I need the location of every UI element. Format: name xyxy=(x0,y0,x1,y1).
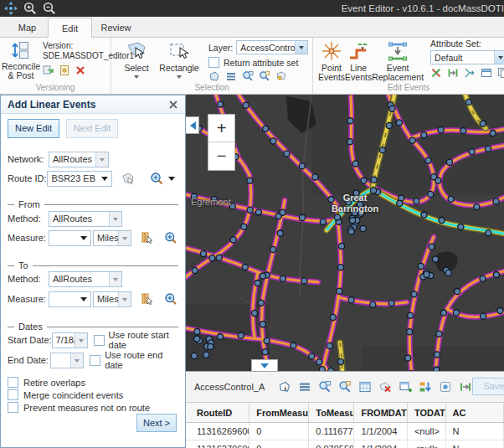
table-zoom-selected-icon[interactable] xyxy=(318,380,332,394)
tab-edit[interactable]: Edit xyxy=(48,18,92,38)
table-list-icon[interactable] xyxy=(298,380,311,394)
new-version-icon[interactable] xyxy=(59,64,70,76)
to-measure-zoom-icon[interactable] xyxy=(164,292,178,306)
column-header-tomeasure[interactable]: ToMeasure xyxy=(309,403,354,422)
tab-map[interactable]: Map xyxy=(7,19,48,37)
pan-to-selection-icon[interactable] xyxy=(259,70,270,82)
next-edit-button[interactable]: Next Edit xyxy=(66,119,118,138)
from-measure-combo[interactable] xyxy=(49,230,92,246)
table-add-records-icon[interactable] xyxy=(399,380,412,394)
from-measure-zoom-icon[interactable] xyxy=(164,231,178,245)
zoom-out-icon[interactable] xyxy=(43,2,56,15)
route-zoom-icon[interactable] xyxy=(150,172,165,186)
from-unit-combo[interactable]: Miles xyxy=(93,230,131,246)
map-zoom-out-button[interactable]: − xyxy=(208,142,234,170)
merge-events-icon[interactable] xyxy=(464,67,476,79)
route-id-combo[interactable]: BSR23 EB xyxy=(47,171,112,187)
end-date-caret[interactable] xyxy=(70,353,83,368)
event-replacement-button[interactable]: Event Replacement xyxy=(372,38,424,82)
group-label-edit-events: Edit Events xyxy=(313,83,504,92)
close-icon[interactable] xyxy=(168,100,178,110)
attributes-window-icon[interactable] xyxy=(481,67,492,79)
table-offset-icon[interactable] xyxy=(459,380,472,394)
return-attribute-set-label: Return attribute set xyxy=(224,58,298,68)
map-zoom-in-button[interactable]: + xyxy=(208,115,234,142)
from-measure-caret xyxy=(80,236,87,244)
start-date-caret[interactable] xyxy=(75,333,87,348)
pan-icon[interactable] xyxy=(4,2,18,15)
reconcile-post-icon xyxy=(11,40,31,60)
table-clear-selection-icon[interactable] xyxy=(378,380,392,394)
point-events-button[interactable]: Point Events xyxy=(318,38,345,82)
reconcile-post-button[interactable]: Reconcile & Post xyxy=(2,38,40,80)
copy-attributes-icon[interactable] xyxy=(497,67,504,79)
from-unit-caret[interactable] xyxy=(118,231,131,245)
column-header-frommeasure[interactable]: FromMeasure xyxy=(249,403,309,422)
selection-list-icon[interactable] xyxy=(225,70,237,82)
event-offset-icon[interactable] xyxy=(447,67,459,79)
to-unit-combo[interactable]: Miles xyxy=(93,291,131,307)
select-polygon-icon[interactable] xyxy=(208,70,220,82)
zoom-to-selection-icon[interactable] xyxy=(242,70,254,82)
layer-combo-caret[interactable] xyxy=(295,41,307,54)
split-event-icon[interactable] xyxy=(430,67,442,79)
return-attribute-set-checkbox[interactable] xyxy=(208,57,219,68)
collapse-table-button[interactable] xyxy=(251,359,278,371)
route-zoom-caret[interactable] xyxy=(168,177,175,184)
prevent-measures-checkbox[interactable] xyxy=(8,402,18,413)
table-sort-icon[interactable] xyxy=(419,380,432,394)
table-row[interactable]: 11316270600 0 0.0795596 1/1/2004 <null> … xyxy=(186,440,504,448)
app-title: Event Editor - v10.6.1 - docMassDOTI xyxy=(342,3,504,13)
end-date-combo[interactable] xyxy=(50,353,84,368)
network-combo-caret[interactable] xyxy=(95,152,108,167)
merge-coincident-events-checkbox[interactable] xyxy=(8,389,18,400)
from-method-caret[interactable] xyxy=(109,212,121,226)
map-view[interactable]: Egremont Great Barrington + − xyxy=(186,95,504,371)
start-date-combo[interactable]: 7/18/ xyxy=(52,332,88,348)
new-edit-button[interactable]: New Edit xyxy=(8,119,59,138)
delete-version-icon[interactable] xyxy=(75,64,86,76)
table-pan-selected-icon[interactable] xyxy=(338,380,352,394)
attribute-set-combo[interactable]: Default xyxy=(430,50,504,64)
to-method-caret[interactable] xyxy=(109,272,121,286)
to-method-combo[interactable]: AllRoutes xyxy=(49,271,122,287)
table-row[interactable]: 11316269600 0 0.1116773 1/1/2004 <null> … xyxy=(186,423,504,440)
pick-route-icon[interactable] xyxy=(121,172,136,186)
prevent-measures-label: Prevent measures not on route xyxy=(23,403,150,413)
use-route-start-date-checkbox[interactable] xyxy=(94,335,105,346)
to-measure-pick-icon[interactable] xyxy=(141,292,153,306)
column-header-fromdate[interactable]: FROMDATE xyxy=(354,403,408,422)
from-measure-pick-icon[interactable] xyxy=(141,231,153,245)
from-method-combo[interactable]: AllRoutes xyxy=(49,211,122,227)
collapse-panel-button[interactable] xyxy=(186,116,199,134)
group-edit-events: Point Events Line Events xyxy=(313,38,504,94)
save-button[interactable]: Save xyxy=(472,378,504,395)
column-header-routeid[interactable]: RouteID xyxy=(190,403,249,422)
table-select-polygon-icon[interactable] xyxy=(278,380,291,394)
tab-review[interactable]: Review xyxy=(92,19,140,37)
next-button[interactable]: Next > xyxy=(136,414,177,432)
select-tool-button[interactable]: Select xyxy=(118,38,155,81)
column-header-todate[interactable]: TODATE xyxy=(408,403,446,422)
table-grid-icon[interactable] xyxy=(358,380,372,394)
line-events-button[interactable]: Line Events xyxy=(345,38,372,82)
zoom-in-icon[interactable] xyxy=(23,2,37,15)
reconcile-icon[interactable] xyxy=(43,64,54,76)
selectable-layers-icon[interactable] xyxy=(275,70,287,82)
rectangle-tool-button[interactable]: Rectangle xyxy=(155,38,203,81)
attribute-set-combo-caret[interactable] xyxy=(494,51,504,64)
ribbon: Reconcile & Post Version: SDE.MASSDOT_ed… xyxy=(0,38,504,95)
to-unit-caret[interactable] xyxy=(118,292,131,306)
retire-overlaps-checkbox[interactable] xyxy=(8,377,18,388)
group-versioning: Reconcile & Post Version: SDE.MASSDOT_ed… xyxy=(0,38,111,94)
use-route-end-date-checkbox[interactable] xyxy=(90,355,100,366)
to-section-separator: To xyxy=(8,260,178,270)
ribbon-tabs: Map Edit Review xyxy=(0,17,504,38)
to-measure-label: Measure: xyxy=(8,294,49,304)
table-identify-icon[interactable] xyxy=(439,380,452,394)
layer-combo[interactable]: AccessControl_A xyxy=(236,40,308,54)
network-combo[interactable]: AllRoutes xyxy=(49,152,109,167)
column-header-ac[interactable]: AC xyxy=(446,403,504,422)
to-measure-combo[interactable] xyxy=(49,291,92,307)
to-measure-caret xyxy=(80,297,87,305)
